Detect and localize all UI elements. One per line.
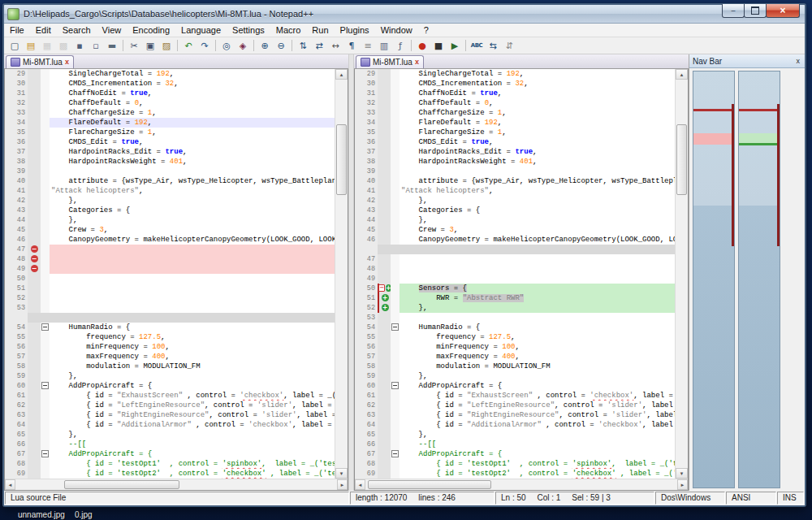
tab-close-icon[interactable]: x: [415, 58, 419, 66]
code-line[interactable]: 49: [355, 274, 675, 284]
scroll-left-arrow[interactable]: ◄: [5, 479, 15, 490]
nav-bar-close-icon[interactable]: x: [795, 57, 802, 65]
menu-plugins[interactable]: Plugins: [335, 24, 375, 37]
spell-check-button[interactable]: ABC: [469, 39, 484, 52]
scroll-track[interactable]: [335, 80, 348, 468]
find-button[interactable]: ◎: [219, 39, 234, 52]
code-line[interactable]: 68 { id = 'testOpt1' , control = 'spinbo…: [5, 459, 335, 469]
new-file-button[interactable]: ▢: [7, 39, 22, 52]
code-line[interactable]: 60 AddPropAircraft = {: [355, 381, 675, 391]
code-line[interactable]: 69 { id = 'testOpt2' , control = 'checkb…: [355, 469, 675, 479]
indent-guide-button[interactable]: ≡: [361, 39, 375, 52]
paste-button[interactable]: ▨: [159, 39, 174, 52]
code-line[interactable]: 50: [5, 274, 335, 284]
code-line[interactable]: [5, 313, 335, 323]
code-line[interactable]: 29 SingleChargeTotal = 192,: [5, 69, 335, 79]
code-line[interactable]: 32 ChaffDefault = 0,: [355, 98, 675, 108]
code-line[interactable]: 49−: [5, 264, 335, 274]
scroll-right-arrow[interactable]: ►: [677, 479, 688, 490]
fold-collapse-icon[interactable]: [41, 450, 49, 457]
code-line[interactable]: 45 Crew = 3,: [355, 225, 675, 235]
code-area-left[interactable]: 29 SingleChargeTotal = 192,30 CMDS_Incre…: [5, 69, 335, 479]
menu-settings[interactable]: Settings: [227, 24, 270, 37]
code-line[interactable]: 59 },: [5, 371, 335, 381]
save-all-button[interactable]: ▩: [56, 39, 71, 52]
tab-mi8mt-left[interactable]: Mi-8MT.lua x: [6, 55, 74, 68]
code-line[interactable]: 56 minFrequency = 100,: [5, 342, 335, 352]
macro-play-button[interactable]: ▶: [447, 39, 462, 52]
code-line[interactable]: 47: [355, 254, 675, 264]
scroll-left-arrow[interactable]: ◄: [355, 479, 365, 490]
code-line[interactable]: 39: [5, 167, 335, 176]
code-line[interactable]: 61 { id = "ExhaustScreen" , control = 'c…: [5, 391, 335, 401]
code-line[interactable]: 43 Categories = {: [355, 206, 675, 215]
fold-collapse-icon[interactable]: [41, 323, 49, 331]
code-line[interactable]: 59 },: [355, 371, 675, 381]
tab-mi8mt-right[interactable]: Mi-8MT.lua x: [356, 55, 424, 68]
code-line[interactable]: 54 HumanRadio = {: [5, 323, 335, 332]
code-line[interactable]: 35 FlareChargeSize = 1,: [355, 128, 675, 137]
code-line[interactable]: 56 minFrequency = 100,: [355, 342, 675, 352]
macro-stop-button[interactable]: ■: [431, 39, 446, 52]
code-line[interactable]: 37 HardpointRacks_Edit = true,: [355, 147, 675, 157]
scroll-up-arrow[interactable]: ▲: [676, 69, 688, 80]
code-line[interactable]: 65 },: [5, 430, 335, 440]
code-line[interactable]: 66 --[[: [355, 440, 675, 449]
code-line[interactable]: 35 FlareChargeSize = 1,: [5, 128, 335, 137]
code-line[interactable]: 51: [5, 284, 335, 293]
code-line[interactable]: 34 FlareDefault = 192,: [355, 118, 675, 128]
menu-macro[interactable]: Macro: [270, 24, 307, 37]
code-line[interactable]: 64 { id = "AdditionalArmor" , control = …: [355, 420, 675, 430]
function-list-button[interactable]: ƒ: [393, 39, 408, 52]
title-bar[interactable]: D:\Helipads_Cargo\Scripts\Database\helic…: [4, 5, 805, 24]
desktop-icon-label[interactable]: 0.jpg: [75, 510, 93, 519]
code-line[interactable]: 53: [355, 313, 675, 323]
desktop-icon-label[interactable]: unnamed.jpg: [18, 510, 65, 519]
code-line[interactable]: 68 { id = 'testOpt1' , control = 'spinbo…: [355, 459, 675, 469]
document-map-button[interactable]: ▥: [377, 39, 391, 52]
menu-search[interactable]: Search: [57, 24, 97, 37]
scroll-thumb[interactable]: [368, 480, 491, 489]
minimize-button[interactable]: –: [722, 4, 745, 18]
code-line[interactable]: 36 CMDS_Edit = true,: [5, 137, 335, 147]
code-line[interactable]: 46 CanopyGeometry = makeHelicopterCanopy…: [5, 235, 335, 245]
close-file-button[interactable]: ▪: [72, 39, 87, 52]
code-line[interactable]: 58 modulation = MODULATION_FM: [355, 362, 675, 371]
code-line[interactable]: 41"Attack helicopters",: [5, 186, 335, 196]
code-line[interactable]: 48: [355, 264, 675, 274]
save-button[interactable]: ▦: [40, 39, 54, 52]
code-line[interactable]: 41"Attack helicopters",: [355, 186, 675, 196]
code-line[interactable]: 37 HardpointRacks_Edit = true,: [5, 147, 335, 157]
code-line[interactable]: 62 { id = "LeftEngineResource", control …: [355, 401, 675, 410]
sync-horizontal-scrolling-button[interactable]: ⇄: [312, 39, 326, 52]
menu-file[interactable]: File: [4, 24, 30, 37]
code-line[interactable]: 54 HumanRadio = {: [355, 323, 675, 332]
code-line[interactable]: 57 maxFrequency = 400,: [355, 352, 675, 362]
code-line[interactable]: 40 attribute = {wsType_Air, wsType_Helic…: [355, 176, 675, 186]
code-line[interactable]: 47−: [5, 245, 335, 254]
fold-collapse-icon[interactable]: [391, 323, 399, 331]
code-line[interactable]: 31 ChaffNoEdit = true,: [355, 89, 675, 98]
code-line[interactable]: 52+ },: [355, 303, 675, 313]
code-line[interactable]: 44 },: [355, 215, 675, 225]
menu-encoding[interactable]: Encoding: [127, 24, 175, 37]
code-line[interactable]: 30 CMDS_Incrementation = 32,: [5, 79, 335, 89]
code-line[interactable]: 65 },: [355, 430, 675, 440]
zoom-out-button[interactable]: ⊖: [274, 39, 288, 52]
replace-button[interactable]: ◈: [235, 39, 250, 52]
code-line[interactable]: 58 modulation = MODULATION_FM: [5, 362, 335, 371]
code-line[interactable]: 52: [5, 293, 335, 303]
code-line[interactable]: 42 },: [5, 196, 335, 206]
cut-button[interactable]: ✂: [127, 39, 141, 52]
code-line[interactable]: 36 CMDS_Edit = true,: [355, 137, 675, 147]
code-line[interactable]: 55 frequency = 127.5,: [355, 332, 675, 342]
undo-button[interactable]: ↶: [181, 39, 196, 52]
code-line[interactable]: 48−: [5, 254, 335, 264]
menu-edit[interactable]: Edit: [30, 24, 57, 37]
scroll-up-arrow[interactable]: ▲: [335, 69, 348, 80]
scroll-thumb[interactable]: [336, 124, 347, 195]
code-line[interactable]: 31 ChaffNoEdit = true,: [5, 89, 335, 98]
code-line[interactable]: 57 maxFrequency = 400,: [5, 352, 335, 362]
menu-help[interactable]: ?: [418, 24, 434, 37]
menu-window[interactable]: Window: [375, 24, 418, 37]
